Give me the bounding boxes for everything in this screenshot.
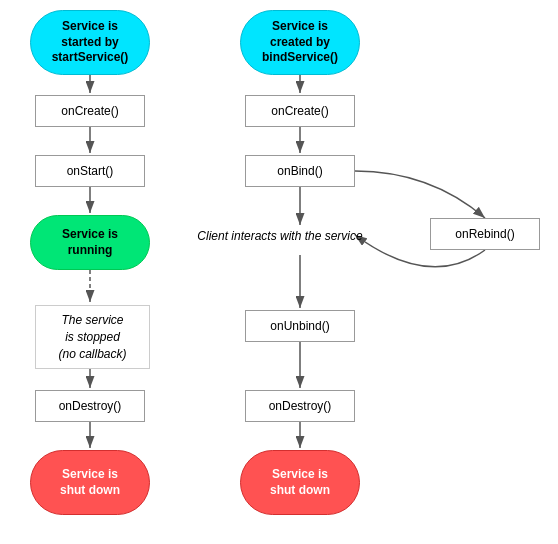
left-oncreate-label: onCreate() [61, 104, 118, 118]
right-shutdown-node: Service is shut down [240, 450, 360, 515]
left-running-label: Service is running [62, 227, 118, 258]
left-ondestroy-label: onDestroy() [59, 399, 122, 413]
client-interacts-label: Client interacts with the service [197, 229, 362, 243]
left-onstart-label: onStart() [67, 164, 114, 178]
left-running-node: Service is running [30, 215, 150, 270]
left-start-label: Service is started by startService() [52, 19, 129, 66]
right-oncreate-label: onCreate() [271, 104, 328, 118]
right-onunbind-node: onUnbind() [245, 310, 355, 342]
right-onbind-label: onBind() [277, 164, 322, 178]
right-onrebind-label: onRebind() [455, 227, 514, 241]
left-onstart-node: onStart() [35, 155, 145, 187]
right-oncreate-node: onCreate() [245, 95, 355, 127]
left-stopped-text-node: The service is stopped (no callback) [35, 305, 150, 369]
right-onrebind-node: onRebind() [430, 218, 540, 250]
service-lifecycle-diagram: Service is started by startService() Ser… [0, 0, 558, 544]
right-onbind-node: onBind() [245, 155, 355, 187]
left-shutdown-node: Service is shut down [30, 450, 150, 515]
left-shutdown-label: Service is shut down [60, 467, 120, 498]
left-stopped-label: The service is stopped (no callback) [58, 313, 126, 361]
client-interacts-text: Client interacts with the service [175, 228, 385, 245]
left-oncreate-node: onCreate() [35, 95, 145, 127]
left-ondestroy-node: onDestroy() [35, 390, 145, 422]
left-start-node: Service is started by startService() [30, 10, 150, 75]
right-start-label: Service is created by bindService() [262, 19, 338, 66]
right-onunbind-label: onUnbind() [270, 319, 329, 333]
right-shutdown-label: Service is shut down [270, 467, 330, 498]
right-start-node: Service is created by bindService() [240, 10, 360, 75]
right-ondestroy-label: onDestroy() [269, 399, 332, 413]
right-ondestroy-node: onDestroy() [245, 390, 355, 422]
